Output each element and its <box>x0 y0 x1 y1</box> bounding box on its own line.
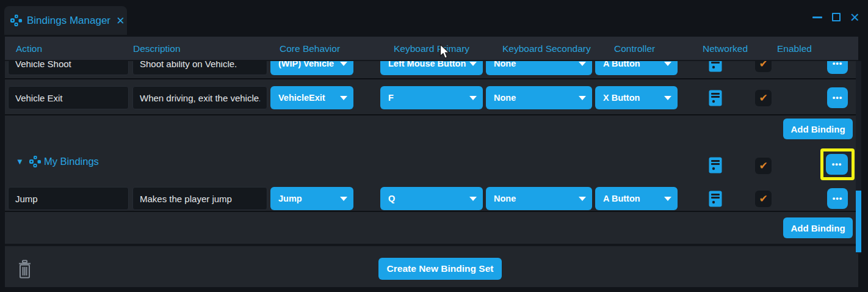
enabled-checkbox[interactable]: ✔ <box>755 90 772 106</box>
tab-bindings-manager[interactable]: Bindings Manager × <box>4 6 127 35</box>
dropdown-value: None <box>494 93 516 103</box>
dropdown-value: F <box>388 93 394 103</box>
col-header-controller: Controller <box>614 43 655 54</box>
chevron-down-icon <box>579 197 586 201</box>
ellipsis-icon: ••• <box>832 159 842 169</box>
group-more-button[interactable]: ••• <box>826 154 848 175</box>
tab-title: Bindings Manager <box>27 15 110 27</box>
networked-icon[interactable] <box>709 61 722 72</box>
keyboard-primary-dropdown[interactable]: F <box>380 86 483 109</box>
chevron-down-icon <box>579 96 586 100</box>
dropdown-value: Jump <box>278 194 302 203</box>
tab-close-icon[interactable]: × <box>117 15 125 27</box>
keyboard-secondary-dropdown[interactable]: None <box>486 61 592 75</box>
dropdown-value: A Button <box>603 194 640 203</box>
networked-icon[interactable] <box>709 90 722 106</box>
chevron-down-icon <box>664 62 671 66</box>
check-icon: ✔ <box>759 160 767 172</box>
check-icon: ✔ <box>759 61 767 70</box>
create-new-binding-set-button[interactable]: Create New Binding Set <box>378 258 502 280</box>
dropdown-value: VehicleExit <box>278 93 325 103</box>
description-input[interactable] <box>132 86 267 109</box>
controller-dropdown[interactable]: A Button <box>595 61 678 75</box>
clipped-row-region: (WIP) Vehicle Left Mouse Button None A B… <box>5 61 858 78</box>
keyboard-secondary-dropdown[interactable]: None <box>486 187 592 210</box>
row-more-button[interactable]: ••• <box>827 87 848 108</box>
ellipsis-icon: ••• <box>833 61 843 68</box>
col-header-enabled: Enabled <box>777 43 812 54</box>
maximize-button[interactable] <box>831 10 842 24</box>
description-input[interactable] <box>132 61 267 75</box>
add-binding-button[interactable]: Add Binding <box>783 119 853 139</box>
group-expander-icon[interactable]: ▼ <box>16 157 24 166</box>
scrollbar-thumb[interactable] <box>856 191 861 252</box>
ellipsis-icon: ••• <box>833 194 843 203</box>
chevron-down-icon <box>469 62 477 66</box>
core-behavior-dropdown[interactable]: Jump <box>270 187 353 210</box>
keyboard-primary-dropdown[interactable]: Left Mouse Button <box>380 61 483 75</box>
action-input[interactable] <box>8 61 129 75</box>
keyboard-primary-dropdown[interactable]: Q <box>380 187 483 210</box>
core-behavior-dropdown[interactable]: VehicleExit <box>270 86 353 109</box>
row-divider <box>5 114 858 115</box>
bindings-icon <box>10 15 22 26</box>
networked-icon[interactable] <box>709 191 722 207</box>
ellipsis-icon: ••• <box>833 93 843 102</box>
maximize-icon <box>832 13 841 21</box>
check-icon: ✔ <box>759 92 767 104</box>
enabled-checkbox[interactable]: ✔ <box>755 158 772 174</box>
dropdown-value: X Button <box>603 93 640 103</box>
bindings-manager-window: Bindings Manager × × Action Description … <box>0 0 868 292</box>
keyboard-secondary-dropdown[interactable]: None <box>486 86 592 109</box>
col-header-networked: Networked <box>703 43 748 54</box>
chevron-down-icon <box>340 62 347 66</box>
description-input[interactable] <box>132 187 267 210</box>
dropdown-value: None <box>494 194 516 203</box>
trash-icon[interactable] <box>17 260 32 279</box>
group-label: My Bindings <box>44 156 99 167</box>
chevron-down-icon <box>340 96 347 100</box>
dropdown-value: Left Mouse Button <box>388 61 466 68</box>
action-input[interactable] <box>8 86 129 109</box>
enabled-checkbox[interactable]: ✔ <box>755 191 772 207</box>
chevron-down-icon <box>664 96 671 100</box>
chevron-down-icon <box>469 197 477 201</box>
dropdown-value: A Button <box>603 61 640 68</box>
add-binding-button[interactable]: Add Binding <box>783 217 853 238</box>
col-header-keyboard-secondary: Keyboard Secondary <box>502 43 591 54</box>
minimize-button[interactable] <box>812 10 823 24</box>
core-behavior-dropdown[interactable]: (WIP) Vehicle <box>270 61 353 75</box>
chevron-down-icon <box>340 197 347 201</box>
row-more-button[interactable]: ••• <box>827 188 848 209</box>
dropdown-value: (WIP) Vehicle <box>278 61 334 68</box>
close-button[interactable]: × <box>850 10 859 24</box>
row-more-button[interactable]: ••• <box>827 61 848 74</box>
col-header-core-behavior: Core Behavior <box>280 43 340 54</box>
col-header-keyboard-primary: Keyboard Primary <box>394 43 469 54</box>
enabled-checkbox[interactable]: ✔ <box>755 61 772 72</box>
footer-divider <box>5 244 858 246</box>
chevron-down-icon <box>579 62 586 66</box>
controller-dropdown[interactable]: X Button <box>595 86 678 109</box>
networked-icon[interactable] <box>709 157 722 173</box>
table-row-vehicle-exit: VehicleExit F None X Button ✔ ••• <box>5 81 858 115</box>
bindings-icon <box>29 156 41 167</box>
action-input[interactable] <box>8 187 129 210</box>
col-header-description: Description <box>133 43 181 54</box>
row-divider <box>5 211 858 212</box>
check-icon: ✔ <box>759 193 767 205</box>
window-controls: × <box>812 10 859 24</box>
minimize-icon <box>812 16 822 18</box>
chevron-down-icon <box>469 96 477 100</box>
table-row-vehicle-shoot: (WIP) Vehicle Left Mouse Button None A B… <box>5 61 858 78</box>
dropdown-value: None <box>494 61 516 68</box>
row-divider <box>5 78 858 79</box>
chevron-down-icon <box>664 197 671 201</box>
col-header-action: Action <box>16 43 42 54</box>
dropdown-value: Q <box>388 194 395 203</box>
controller-dropdown[interactable]: A Button <box>595 187 678 210</box>
